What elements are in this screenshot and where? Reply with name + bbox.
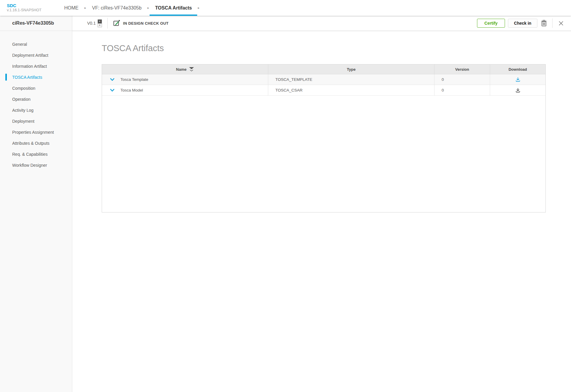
sidebar-item-general[interactable]: General [0,39,72,50]
sidebar-item-tosca-artifacts[interactable]: TOSCA Artifacts [0,72,72,83]
artifact-version-cell: 0 [434,74,490,85]
sidebar-item-attributes-outputs[interactable]: Attributes & Outputs [0,138,72,149]
sidebar-item-operation[interactable]: Operation [0,94,72,105]
app-version: v.1.16.1-SNAPSHOT [7,8,50,12]
table-empty-area [102,96,545,212]
sidebar-item-deployment-artifact[interactable]: Deployment Artifact [0,50,72,61]
check-in-button[interactable]: Check in [508,19,537,28]
sidebar: ciRes-VF74e3305b General Deployment Arti… [0,16,72,392]
sidebar-item-deployment[interactable]: Deployment [0,116,72,127]
sidebar-item-properties-assignment[interactable]: Properties Assignment [0,127,72,138]
certify-button[interactable]: Certify [477,19,505,28]
sidebar-menu: General Deployment Artifact Information … [0,31,72,171]
download-icon [515,88,520,93]
stepper-up-icon[interactable]: ▼ [98,20,102,24]
stepper-down-icon[interactable]: ▼ [98,23,102,27]
lifecycle-toolbar: V0.1 ▼ ▼ IN DESIGN CHECK OUT Certify Che… [72,16,571,31]
artifact-download-cell [490,85,545,95]
artifact-name-cell[interactable]: Tosca Model [102,85,268,95]
close-icon [559,21,564,26]
artifact-version-cell: 0 [434,85,490,95]
breadcrumb: HOME ▸ VF: ciRes-VF74e3305b ▸ TOSCA Arti… [59,0,200,16]
expand-chevron-icon[interactable] [110,89,114,92]
column-header-version[interactable]: Version [434,64,490,74]
toolbar-divider [552,18,553,28]
trash-icon [541,20,547,26]
table-row: Tosca Model TOSCA_CSAR 0 [102,85,545,96]
delete-button[interactable] [537,19,550,28]
artifacts-table: Name Type Version Download [102,64,546,212]
download-icon [515,77,520,82]
breadcrumb-vf[interactable]: VF: ciRes-VF74e3305b [87,0,147,16]
top-nav-bar: SDC v.1.16.1-SNAPSHOT HOME ▸ VF: ciRes-V… [0,0,571,16]
breadcrumb-home[interactable]: HOME [59,0,84,16]
in-design-icon [113,20,120,27]
artifact-type-cell: TOSCA_CSAR [268,85,434,95]
sidebar-item-activity-log[interactable]: Activity Log [0,105,72,116]
table-row: Tosca Template TOSCA_TEMPLATE 0 [102,74,545,85]
sidebar-item-composition[interactable]: Composition [0,83,72,94]
active-indicator [5,74,7,81]
resource-title: ciRes-VF74e3305b [0,16,72,31]
sidebar-item-information-artifact[interactable]: Information Artifact [0,61,72,72]
sidebar-item-req-capabilities[interactable]: Req. & Capabilities [0,149,72,160]
breadcrumb-separator-icon: ▸ [84,0,87,16]
table-header-row: Name Type Version Download [102,64,545,74]
page-title: TOSCA Artifacts [102,43,571,53]
expand-chevron-icon[interactable] [110,78,114,81]
app-logo: SDC v.1.16.1-SNAPSHOT [7,0,50,16]
artifact-download-cell [490,74,545,85]
artifact-type-cell: TOSCA_TEMPLATE [268,74,434,85]
column-header-type[interactable]: Type [268,64,434,74]
breadcrumb-separator-icon: ▸ [147,0,150,16]
toolbar-divider [107,18,108,29]
version-stepper[interactable]: ▼ ▼ [98,19,102,27]
artifact-name-cell[interactable]: Tosca Template [102,74,268,85]
sidebar-item-workflow-designer[interactable]: Workflow Designer [0,160,72,171]
breadcrumb-separator-icon: ▸ [197,0,200,16]
column-header-download[interactable]: Download [490,64,545,74]
download-button[interactable] [512,75,523,84]
column-header-name[interactable]: Name [102,64,268,74]
close-button[interactable] [554,19,567,28]
lifecycle-state-label: IN DESIGN CHECK OUT [123,21,169,26]
app-name: SDC [7,3,50,8]
sort-icon [189,67,194,71]
tosca-artifacts-page: TOSCA Artifacts Name Type Version Downlo… [72,31,571,392]
breadcrumb-tosca-artifacts[interactable]: TOSCA Artifacts [150,0,197,16]
download-button[interactable] [512,86,523,95]
version-label: V0.1 [87,21,96,26]
